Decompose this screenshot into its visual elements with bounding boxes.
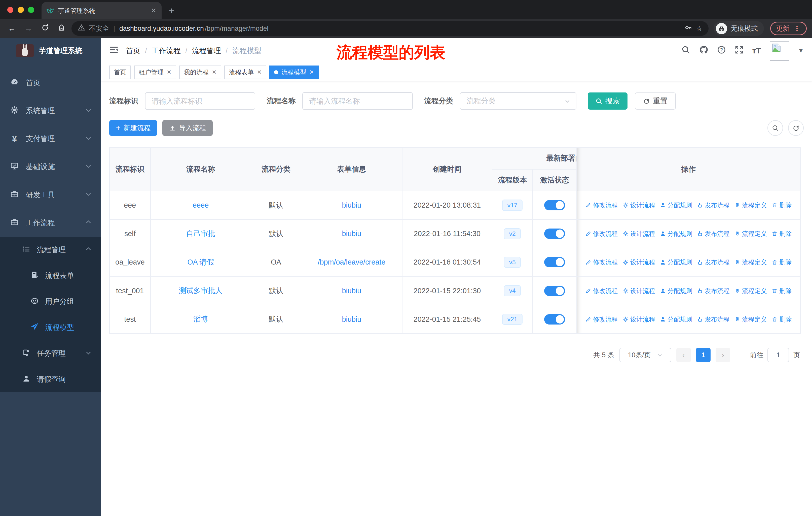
window-controls[interactable] [7,7,34,13]
action-delete-link[interactable]: 删除 [772,229,792,238]
close-icon[interactable]: ✕ [212,69,216,76]
next-page-button[interactable]: › [716,348,730,362]
action-publish-link[interactable]: 发布流程 [697,315,730,324]
action-definition-link[interactable]: 流程定义 [734,287,767,295]
process-name-link[interactable]: 测试多审批人 [179,287,223,295]
action-edit-link[interactable]: 修改流程 [585,315,618,324]
tag-home[interactable]: 首页 [109,65,131,79]
tab-close-icon[interactable]: ✕ [151,6,156,15]
action-publish-link[interactable]: 发布流程 [697,287,730,295]
process-name-link[interactable]: 自己审批 [186,229,215,238]
action-definition-link[interactable]: 流程定义 [734,229,767,238]
bookmark-star-icon[interactable]: ☆ [696,24,702,32]
close-icon[interactable]: ✕ [309,69,314,76]
form-info-link[interactable]: biubiu [342,229,361,238]
action-edit-link[interactable]: 修改流程 [585,229,618,238]
sidebar-item-process-model[interactable]: 流程模型 [0,315,101,341]
active-toggle[interactable] [544,228,565,239]
forward-icon[interactable]: → [22,24,35,33]
close-icon[interactable]: ✕ [167,69,171,76]
tag-process-form[interactable]: 流程表单✕ [224,65,266,79]
action-edit-link[interactable]: 修改流程 [585,201,618,209]
browser-menu-icon[interactable]: ⋮ [794,24,801,32]
sidebar-item-payment[interactable]: ¥ 支付管理 [0,125,101,153]
action-delete-link[interactable]: 删除 [772,315,792,324]
breadcrumb-home[interactable]: 首页 [126,46,141,56]
form-info-link[interactable]: /bpm/oa/leave/create [318,258,385,266]
update-button[interactable]: 更新 ⋮ [770,22,807,35]
window-zoom-button[interactable] [28,7,34,13]
avatar[interactable] [770,41,789,61]
sidebar-item-infra[interactable]: 基础设施 [0,153,101,181]
sidebar-item-system[interactable]: 系统管理 [0,97,101,125]
github-icon[interactable] [699,45,708,56]
key-icon[interactable] [685,24,692,33]
help-icon[interactable]: ? [717,45,726,56]
active-toggle[interactable] [544,257,565,267]
tag-my-process[interactable]: 我的流程✕ [179,65,221,79]
window-minimize-button[interactable] [18,7,24,13]
tag-process-model[interactable]: 流程模型✕ [269,65,319,79]
sidebar-item-process-mgmt[interactable]: 流程管理 [0,237,101,263]
back-icon[interactable]: ← [5,24,19,33]
process-name-link[interactable]: eeee [193,201,209,209]
sidebar-item-user-group[interactable]: 用户分组 [0,289,101,315]
prev-page-button[interactable]: ‹ [676,348,691,362]
avatar-caret-icon[interactable]: ▼ [798,48,804,54]
action-delete-link[interactable]: 删除 [772,287,792,295]
action-design-link[interactable]: 设计流程 [622,258,655,266]
action-publish-link[interactable]: 发布流程 [697,258,730,266]
action-assign-rule-link[interactable]: 分配规则 [660,258,692,266]
action-publish-link[interactable]: 发布流程 [697,201,730,209]
action-definition-link[interactable]: 流程定义 [734,201,767,209]
process-name-link[interactable]: OA 请假 [187,258,214,266]
action-edit-link[interactable]: 修改流程 [585,258,618,266]
action-definition-link[interactable]: 流程定义 [734,258,767,266]
import-process-button[interactable]: 导入流程 [162,120,212,136]
security-warning-icon[interactable] [78,24,85,33]
sidebar-collapse-icon[interactable] [109,45,119,56]
url-bar[interactable]: 不安全 | dashboard.yudao.iocoder.cn/bpm/man… [71,21,708,36]
fullscreen-icon[interactable] [735,45,744,56]
action-assign-rule-link[interactable]: 分配规则 [660,315,692,324]
action-delete-link[interactable]: 删除 [772,258,792,266]
page-size-select[interactable]: 10条/页 [619,348,671,362]
action-delete-link[interactable]: 删除 [772,201,792,209]
sidebar-item-workflow[interactable]: 工作流程 [0,209,101,237]
sidebar-item-leave-query[interactable]: 请假查询 [0,366,101,392]
page-number-current[interactable]: 1 [696,348,710,362]
sidebar-item-task-mgmt[interactable]: 任务管理 [0,341,101,366]
action-design-link[interactable]: 设计流程 [622,201,655,209]
refresh-table-button[interactable] [788,120,804,136]
browser-tab[interactable]: 芋道管理系统 ✕ [41,2,162,19]
search-button[interactable]: 搜索 [588,92,628,110]
goto-page-input[interactable] [767,348,789,362]
new-tab-button[interactable]: + [169,5,174,16]
breadcrumb-process-mgmt[interactable]: 流程管理 [192,46,221,56]
process-name-input[interactable] [302,92,412,110]
action-assign-rule-link[interactable]: 分配规则 [660,287,692,295]
active-toggle[interactable] [544,286,565,296]
form-info-link[interactable]: biubiu [342,201,361,209]
action-design-link[interactable]: 设计流程 [622,229,655,238]
home-icon[interactable] [55,24,68,33]
action-edit-link[interactable]: 修改流程 [585,287,618,295]
form-info-link[interactable]: biubiu [342,315,361,323]
sidebar-item-home[interactable]: 首页 [0,69,101,97]
sidebar-item-process-form[interactable]: 流程表单 [0,263,101,289]
window-close-button[interactable] [7,7,13,13]
active-toggle[interactable] [544,314,565,325]
show-search-toggle-button[interactable] [767,120,783,136]
app-logo-row[interactable]: 芋道管理系统 [0,38,101,64]
action-assign-rule-link[interactable]: 分配规则 [660,229,692,238]
close-icon[interactable]: ✕ [257,69,262,76]
action-design-link[interactable]: 设计流程 [622,315,655,324]
sidebar-item-devtools[interactable]: 研发工具 [0,181,101,209]
action-publish-link[interactable]: 发布流程 [697,229,730,238]
action-definition-link[interactable]: 流程定义 [734,315,767,324]
action-design-link[interactable]: 设计流程 [622,287,655,295]
process-name-link[interactable]: 滔博 [193,315,208,323]
process-key-input[interactable] [145,92,255,110]
tag-tenant[interactable]: 租户管理✕ [134,65,176,79]
search-icon[interactable] [682,45,690,56]
